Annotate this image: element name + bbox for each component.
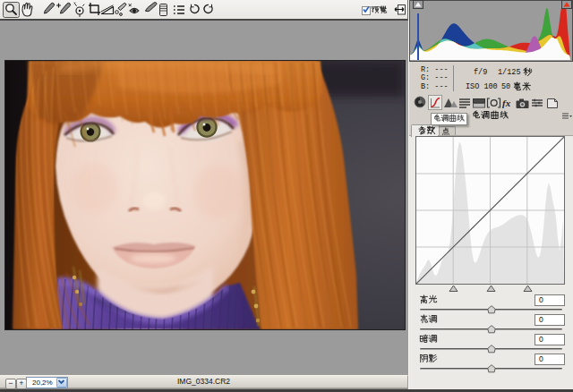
svg-text:fx: fx xyxy=(502,98,511,108)
